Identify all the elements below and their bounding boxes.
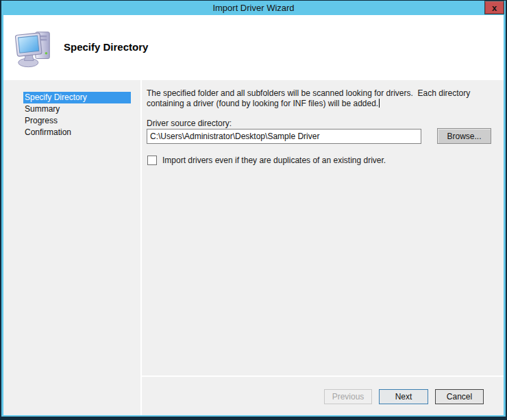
close-button[interactable]: x [484,1,504,14]
wizard-steps-sidebar: Specify Directory Summary Progress Confi… [3,80,140,415]
cancel-button[interactable]: Cancel [435,389,484,404]
driver-source-directory-input[interactable] [147,129,421,144]
titlebar[interactable]: Import Driver Wizard x [0,0,507,15]
page-title: Specify Directory [64,41,148,53]
footer-bar: Previous Next Cancel [3,377,504,415]
duplicates-checkbox-label: Import drivers even if they are duplicat… [162,156,386,165]
sidebar-item-specify-directory[interactable]: Specify Directory [23,92,131,103]
duplicates-option-row: Import drivers even if they are duplicat… [147,156,386,165]
sidebar-item-progress[interactable]: Progress [23,115,131,127]
description-text: The specified folder and all subfolders … [147,88,487,109]
duplicates-checkbox[interactable] [147,156,157,165]
driver-source-directory-label: Driver source directory: [147,119,232,128]
import-driver-wizard-window: Import Driver Wizard x [0,0,507,420]
sidebar-item-confirmation[interactable]: Confirmation [23,127,131,138]
sidebar-item-summary[interactable]: Summary [23,103,131,115]
client-area: Specify Directory Specify Directory Summ… [3,15,504,415]
close-icon: x [492,3,497,12]
next-button[interactable]: Next [379,389,428,404]
window-title: Import Driver Wizard [0,3,507,13]
main-panel: The specified folder and all subfolders … [142,80,504,375]
text-caret [379,99,380,108]
computer-icon [12,27,55,70]
browse-button[interactable]: Browse... [437,128,491,144]
previous-button: Previous [324,389,372,404]
wizard-header: Specify Directory [3,15,504,80]
